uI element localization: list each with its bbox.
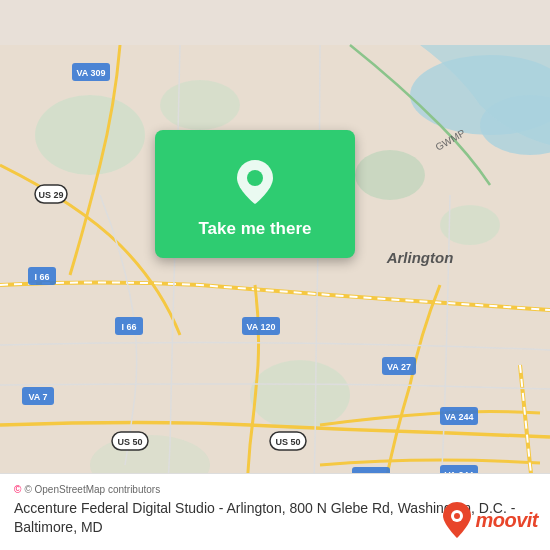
map-background: VA 309 US 29 I 66 I 66 US VA 7 US 50 US …	[0, 0, 550, 550]
map-pin-icon	[237, 160, 273, 208]
svg-text:US 29: US 29	[38, 190, 63, 200]
svg-text:US 50: US 50	[275, 437, 300, 447]
take-me-there-button[interactable]: Take me there	[198, 218, 311, 240]
svg-text:I 66: I 66	[34, 272, 49, 282]
cta-overlay[interactable]: Take me there	[155, 130, 355, 258]
svg-text:I 66: I 66	[121, 322, 136, 332]
moovit-text: moovit	[475, 509, 538, 532]
address-text: Accenture Federal Digital Studio - Arlin…	[14, 500, 515, 536]
svg-point-39	[247, 170, 263, 186]
svg-text:Arlington: Arlington	[386, 249, 454, 266]
svg-point-5	[355, 150, 425, 200]
moovit-logo: moovit	[443, 502, 538, 538]
svg-text:VA 120: VA 120	[246, 322, 275, 332]
svg-text:VA 244: VA 244	[444, 412, 473, 422]
moovit-pin-icon	[443, 502, 471, 538]
openstreetmap-logo: ©	[14, 484, 21, 495]
svg-text:VA 27: VA 27	[387, 362, 411, 372]
svg-text:US 50: US 50	[117, 437, 142, 447]
svg-text:VA 309: VA 309	[76, 68, 105, 78]
copyright-line: © © OpenStreetMap contributors	[14, 484, 536, 495]
svg-point-41	[454, 513, 460, 519]
svg-point-7	[250, 360, 350, 430]
map-container: VA 309 US 29 I 66 I 66 US VA 7 US 50 US …	[0, 0, 550, 550]
copyright-text: © OpenStreetMap contributors	[24, 484, 160, 495]
svg-point-4	[160, 80, 240, 130]
svg-text:VA 7: VA 7	[28, 392, 47, 402]
svg-point-3	[35, 95, 145, 175]
